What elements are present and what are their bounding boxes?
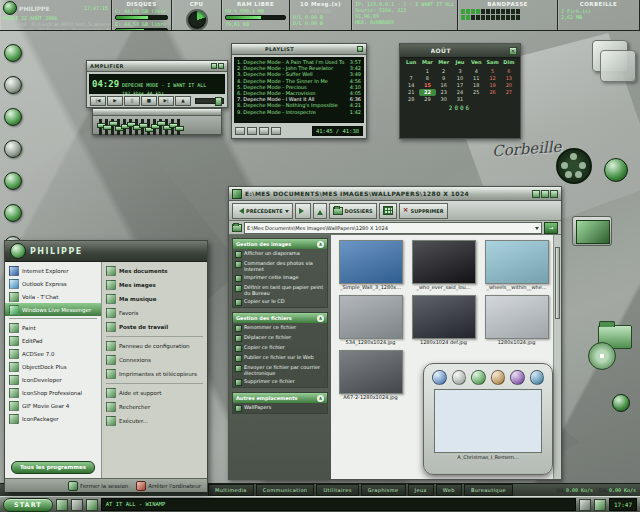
startmenu-item-windows-live-messenger[interactable]: Windows Live Messenger: [5, 303, 101, 316]
corbeille-label[interactable]: Corbeille: [491, 138, 562, 161]
calendar-day[interactable]: 27: [501, 89, 517, 96]
eq-slider[interactable]: [129, 119, 132, 135]
calendar-day[interactable]: 17: [452, 82, 468, 89]
eq-slider[interactable]: [105, 119, 108, 135]
calendar-day[interactable]: 30: [436, 96, 452, 103]
startmenu-item-aide[interactable]: Aide et support: [102, 386, 207, 400]
file-item[interactable]: 1280x1024 def.jpg: [409, 295, 478, 346]
startmenu-item-outlook-express[interactable]: Outlook Express: [5, 277, 101, 290]
amplifier-titlebar[interactable]: AMPLIFIER: [87, 61, 227, 72]
calendar-day[interactable]: 3: [452, 68, 468, 75]
forward-button[interactable]: [295, 203, 311, 219]
desktop-icon[interactable]: [4, 76, 22, 94]
back-button[interactable]: PRÉCÉDENTE: [232, 203, 293, 219]
equalizer-titlebar[interactable]: [93, 109, 221, 116]
desktop-icon[interactable]: [4, 172, 22, 190]
startmenu-item-voila-tchat[interactable]: Voila - T'Chat: [5, 290, 101, 303]
file-item[interactable]: _Simple_Wall_3_1280x...: [336, 240, 405, 291]
popup-dock-icon[interactable]: [471, 370, 486, 385]
category-jeux[interactable]: Jeux: [408, 484, 434, 496]
eq-slider[interactable]: [177, 119, 180, 135]
cd-icon[interactable]: [588, 342, 616, 370]
playlist-misc-button[interactable]: [271, 127, 281, 135]
collapse-icon[interactable]: ∧: [317, 315, 324, 322]
startmenu-item-objectdock[interactable]: ObjectDock Plus: [5, 360, 101, 373]
category-graphisme[interactable]: Graphisme: [361, 484, 406, 496]
tray-app-icon[interactable]: [86, 499, 98, 511]
popup-dock-icon[interactable]: [432, 370, 447, 385]
eq-slider[interactable]: [117, 119, 120, 135]
startmenu-item-panneau-config[interactable]: Panneau de configuration: [102, 339, 207, 353]
calendar-day[interactable]: 24: [452, 89, 468, 96]
file-thumbnail-preview[interactable]: [434, 389, 542, 453]
eq-slider[interactable]: [111, 119, 114, 135]
calendar-day[interactable]: 23: [436, 89, 452, 96]
task-item[interactable]: Publier ce fichier sur le Web: [233, 353, 327, 363]
task-item[interactable]: Imprimer cette image: [233, 273, 327, 283]
file-item[interactable]: A67-2-1280x1024.jpg: [336, 350, 405, 401]
task-group-header[interactable]: Gestion des images∧: [233, 239, 327, 249]
popup-dock-icon[interactable]: [491, 370, 506, 385]
calendar-day[interactable]: 5: [484, 68, 500, 75]
eq-slider[interactable]: [165, 119, 168, 135]
tray-icon[interactable]: [594, 499, 606, 511]
close-button[interactable]: [550, 190, 558, 198]
stop-button[interactable]: ■: [141, 96, 157, 106]
prev-button[interactable]: |◀: [90, 96, 106, 106]
startmenu-item-iconpackager[interactable]: IconPackager: [5, 412, 101, 425]
calendar-day[interactable]: 13: [501, 75, 517, 82]
calendar-day[interactable]: 28: [403, 96, 419, 103]
minimize-button[interactable]: [211, 63, 217, 69]
file-thumbnail[interactable]: [485, 240, 549, 284]
category-web[interactable]: Web: [436, 484, 462, 496]
file-item[interactable]: _wheels__within__whe...: [482, 240, 551, 291]
calendar-day[interactable]: 31: [452, 96, 468, 103]
eq-slider[interactable]: [171, 119, 174, 135]
calendar-day[interactable]: 8: [419, 75, 435, 82]
file-thumbnail[interactable]: [339, 350, 403, 394]
folders-button[interactable]: DOSSIERS: [329, 203, 377, 219]
collapse-icon[interactable]: ∧: [317, 241, 324, 248]
collapse-icon[interactable]: ∧: [317, 395, 324, 402]
calendar-day-today[interactable]: 22: [419, 89, 435, 96]
startmenu-item-iconshop[interactable]: IconShop Professional: [5, 386, 101, 399]
calendar-day-holiday[interactable]: 15: [419, 82, 435, 89]
startmenu-item-connexions[interactable]: Connexions: [102, 353, 207, 367]
playlist-sel-button[interactable]: [259, 127, 269, 135]
vertical-scrollbar[interactable]: [553, 235, 561, 479]
task-item[interactable]: Définir en tant que papier peint du Bure…: [233, 283, 327, 297]
playlist-add-button[interactable]: [235, 127, 245, 135]
minimize-button[interactable]: [532, 190, 540, 198]
file-item[interactable]: 534_1280x1024.jpg: [336, 295, 405, 346]
tray-icon[interactable]: [579, 499, 591, 511]
desktop-icon[interactable]: [4, 44, 22, 62]
running-task-winamp[interactable]: AT IT ALL - WINAMP: [101, 498, 576, 511]
close-button[interactable]: [357, 46, 363, 52]
all-programs-button[interactable]: Tous les programmes: [11, 461, 95, 474]
popup-dock-icon[interactable]: [510, 370, 525, 385]
up-button[interactable]: [313, 203, 327, 219]
start-button[interactable]: START: [3, 498, 53, 512]
address-input[interactable]: E:\Mes Documents\Mes Images\WallPapers\1…: [244, 222, 542, 234]
desktop-icon[interactable]: [4, 140, 22, 158]
calendar-day[interactable]: 29: [419, 96, 435, 103]
scrollbar-thumb[interactable]: [555, 247, 560, 319]
monitor-icon[interactable]: [572, 216, 612, 246]
calendar-day[interactable]: 11: [468, 75, 484, 82]
startmenu-item-mes-images[interactable]: Mes images: [102, 278, 207, 292]
calendar-day[interactable]: 18: [468, 82, 484, 89]
startmenu-item-paint[interactable]: Paint: [5, 321, 101, 334]
calendar-day[interactable]: 20: [501, 82, 517, 89]
task-item[interactable]: Supprimer ce fichier: [233, 377, 327, 387]
calendar-day[interactable]: 9: [436, 75, 452, 82]
calendar-day[interactable]: 2: [436, 68, 452, 75]
go-button[interactable]: →: [544, 222, 558, 234]
green-orb-icon[interactable]: [604, 158, 628, 182]
startmenu-item-mes-documents[interactable]: Mes documents: [102, 264, 207, 278]
eq-slider[interactable]: [135, 119, 138, 135]
tray-app-icon[interactable]: [71, 499, 83, 511]
startmenu-item-favoris[interactable]: Favoris: [102, 306, 207, 320]
desktop-icon[interactable]: [4, 204, 22, 222]
eq-slider[interactable]: [141, 119, 144, 135]
calendar-day[interactable]: 21: [403, 89, 419, 96]
